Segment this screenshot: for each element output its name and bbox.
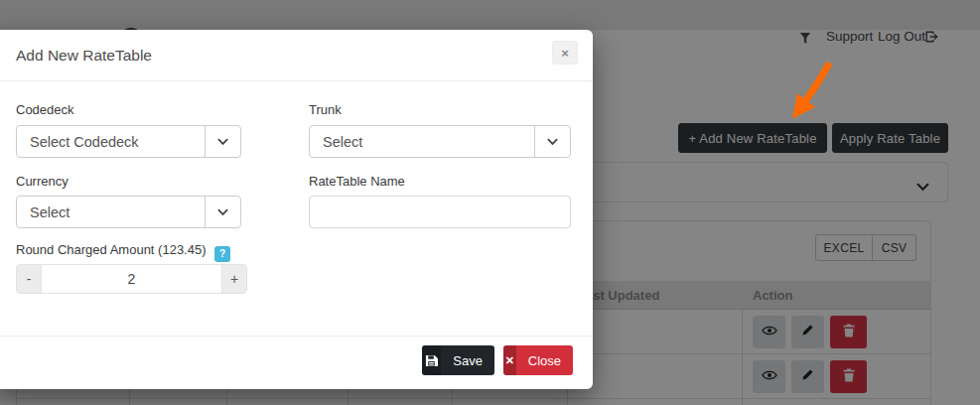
chevron-down-icon[interactable] <box>205 126 240 157</box>
x-icon: ✕ <box>503 345 516 375</box>
round-charged-amount-text: Round Charged Amount (123.45) <box>16 242 207 257</box>
chevron-down-icon[interactable] <box>205 197 240 227</box>
screen: Support Log Out + Add New RateTable Appl… <box>0 0 980 405</box>
save-button-label: Save <box>441 345 494 375</box>
codedeck-select[interactable]: Select Codedeck <box>16 125 241 158</box>
trunk-select-value: Select <box>310 126 534 157</box>
close-button-label: Close <box>516 345 573 375</box>
round-amount-stepper: - + <box>16 264 247 294</box>
stepper-increment-button[interactable]: + <box>222 265 246 293</box>
currency-select-value: Select <box>17 197 205 227</box>
add-ratetable-modal: Add New RateTable × Codedeck Select Code… <box>0 30 593 389</box>
close-icon: × <box>561 46 569 61</box>
trunk-select[interactable]: Select <box>309 125 571 158</box>
round-charged-amount-label: Round Charged Amount (123.45) ? <box>16 242 230 262</box>
chevron-down-icon[interactable] <box>534 126 570 157</box>
modal-title: Add New RateTable <box>16 47 152 65</box>
modal-footer: Save ✕ Close <box>0 336 593 389</box>
currency-label: Currency <box>16 174 69 189</box>
ratetable-name-input[interactable] <box>309 196 571 228</box>
close-button[interactable]: ✕ Close <box>503 345 573 375</box>
codedeck-select-value: Select Codedeck <box>17 126 205 157</box>
modal-header: Add New RateTable × <box>0 30 593 81</box>
modal-close-button[interactable]: × <box>552 41 578 65</box>
ratetable-name-label: RateTable Name <box>309 174 405 189</box>
help-icon[interactable]: ? <box>214 246 230 262</box>
round-amount-input[interactable] <box>41 265 222 293</box>
trunk-label: Trunk <box>309 102 342 117</box>
save-button[interactable]: Save <box>422 345 494 375</box>
stepper-decrement-button[interactable]: - <box>17 265 41 293</box>
codedeck-label: Codedeck <box>16 102 74 117</box>
save-icon <box>422 345 441 375</box>
currency-select[interactable]: Select <box>16 196 241 228</box>
